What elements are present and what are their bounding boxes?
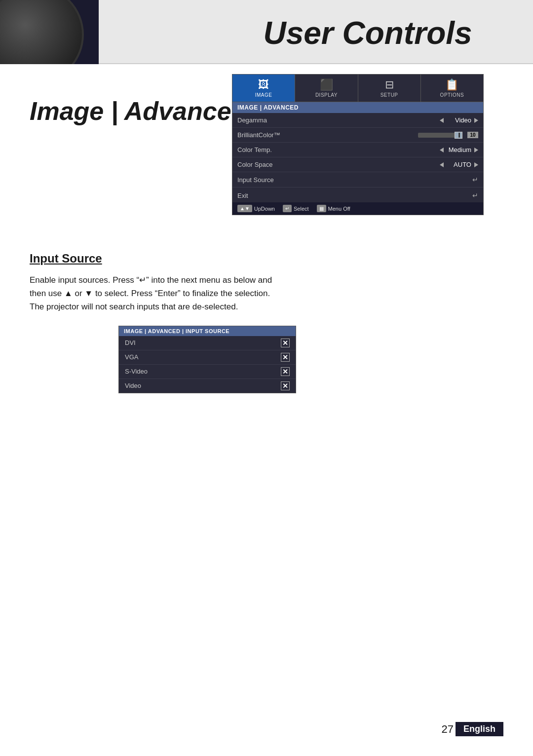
colorspace-row: Color Space AUTO bbox=[232, 157, 483, 172]
osd-nav-bar: ▲▼ UpDown ↵ Select ▦ Menu Off bbox=[232, 202, 483, 215]
lens-decoration bbox=[0, 0, 84, 64]
inputsource-row: Input Source ↵ bbox=[232, 172, 483, 187]
slider-value: 10 bbox=[467, 132, 478, 138]
sub-row-svideo: S-Video ✕ bbox=[119, 365, 296, 379]
colorspace-arrow-right bbox=[474, 162, 478, 167]
osd-tabs: 🖼 IMAGE ⬛ DISPLAY ⊟ SETUP 📋 OPTIONS bbox=[232, 75, 483, 102]
tab-options[interactable]: 📋 OPTIONS bbox=[421, 75, 483, 102]
colortemp-value: Medium bbox=[447, 146, 471, 153]
sub-row-dvi: DVI ✕ bbox=[119, 336, 296, 350]
tab-display-label: DISPLAY bbox=[315, 92, 338, 98]
nav-select-label: Select bbox=[294, 206, 309, 212]
degamma-arrow-left bbox=[440, 118, 444, 123]
dvi-label: DVI bbox=[125, 339, 136, 346]
sub-row-video: Video ✕ bbox=[119, 379, 296, 393]
tab-setup[interactable]: ⊟ SETUP bbox=[358, 75, 421, 102]
sub-osd-menu: IMAGE | ADVANCED | INPUT SOURCE DVI ✕ VG… bbox=[118, 326, 296, 393]
brilliantcolor-row: BrilliantColor™ ▐ 10 bbox=[232, 128, 483, 143]
exit-enter-icon: ↵ bbox=[472, 191, 478, 199]
input-source-title: Input Source bbox=[30, 252, 503, 265]
colorspace-label: Color Space bbox=[237, 161, 440, 168]
top-bar-dark bbox=[0, 0, 99, 64]
input-source-section: Input Source Enable input sources. Press… bbox=[30, 252, 503, 393]
colortemp-row: Color Temp. Medium bbox=[232, 143, 483, 157]
input-source-description: Enable input sources. Press “↵” into the… bbox=[30, 273, 395, 314]
updown-icon: ▲▼ bbox=[237, 205, 252, 212]
tab-image[interactable]: 🖼 IMAGE bbox=[232, 75, 295, 102]
dvi-checkbox: ✕ bbox=[281, 339, 290, 347]
degamma-arrow-right bbox=[474, 118, 478, 123]
description-line-1: Enable input sources. Press “↵” into the… bbox=[30, 275, 272, 285]
colortemp-label: Color Temp. bbox=[237, 146, 440, 153]
osd-breadcrumb: IMAGE | ADVANCED bbox=[232, 102, 483, 113]
nav-menuoff: ▦ Menu Off bbox=[317, 205, 350, 212]
description-line-2: then use ▲ or ▼ to select. Press “Enter”… bbox=[30, 289, 270, 298]
menuoff-icon: ▦ bbox=[317, 205, 326, 212]
vga-checkbox: ✕ bbox=[281, 353, 290, 362]
colorspace-value: AUTO bbox=[447, 161, 471, 168]
page-number: 27 bbox=[442, 723, 454, 736]
svideo-label: S-Video bbox=[125, 368, 148, 375]
inputsource-enter-icon: ↵ bbox=[472, 176, 478, 184]
tab-display[interactable]: ⬛ DISPLAY bbox=[295, 75, 358, 102]
inputsource-label: Input Source bbox=[237, 176, 472, 184]
options-tab-icon: 📋 bbox=[445, 78, 458, 91]
degamma-value: Video bbox=[447, 116, 471, 124]
tab-image-label: IMAGE bbox=[255, 92, 272, 98]
colorspace-arrow-left bbox=[440, 162, 444, 167]
description-line-3: The projector will not search inputs tha… bbox=[30, 302, 238, 311]
svideo-checkbox: ✕ bbox=[281, 367, 290, 376]
slider-thumb: ▐ bbox=[455, 132, 462, 139]
display-tab-icon: ⬛ bbox=[320, 78, 333, 91]
sub-osd-breadcrumb: IMAGE | ADVANCED | INPUT SOURCE bbox=[119, 326, 296, 336]
degamma-label: Degamma bbox=[237, 116, 440, 124]
tab-setup-label: SETUP bbox=[381, 92, 398, 98]
select-icon: ↵ bbox=[283, 205, 292, 212]
page-footer: 27 English bbox=[442, 722, 504, 736]
language-label: English bbox=[456, 722, 503, 736]
video-checkbox: ✕ bbox=[281, 381, 290, 390]
nav-menuoff-label: Menu Off bbox=[328, 206, 350, 212]
brilliantcolor-label: BrilliantColor™ bbox=[237, 131, 415, 139]
colortemp-arrow-right bbox=[474, 148, 478, 152]
video-label: Video bbox=[125, 382, 141, 389]
nav-select: ↵ Select bbox=[283, 205, 309, 212]
nav-updown-label: UpDown bbox=[254, 206, 275, 212]
sub-row-vga: VGA ✕ bbox=[119, 350, 296, 365]
tab-options-label: OPTIONS bbox=[440, 92, 464, 98]
colortemp-arrow-left bbox=[440, 148, 444, 152]
osd-menu: 🖼 IMAGE ⬛ DISPLAY ⊟ SETUP 📋 OPTIONS IMAG… bbox=[232, 74, 484, 215]
section-title: Image | Advanced bbox=[30, 96, 247, 126]
degamma-row: Degamma Video bbox=[232, 113, 483, 128]
vga-label: VGA bbox=[125, 353, 138, 361]
brilliantcolor-slider: ▐ bbox=[418, 133, 462, 138]
exit-row: Exit ↵ bbox=[232, 187, 483, 202]
page-title: User Controls bbox=[212, 15, 523, 51]
nav-updown: ▲▼ UpDown bbox=[237, 205, 275, 212]
exit-label: Exit bbox=[237, 192, 472, 199]
image-tab-icon: 🖼 bbox=[258, 78, 269, 91]
setup-tab-icon: ⊟ bbox=[385, 78, 394, 91]
osd-menu-body: Degamma Video BrilliantColor™ ▐ 10 Color… bbox=[232, 113, 483, 187]
